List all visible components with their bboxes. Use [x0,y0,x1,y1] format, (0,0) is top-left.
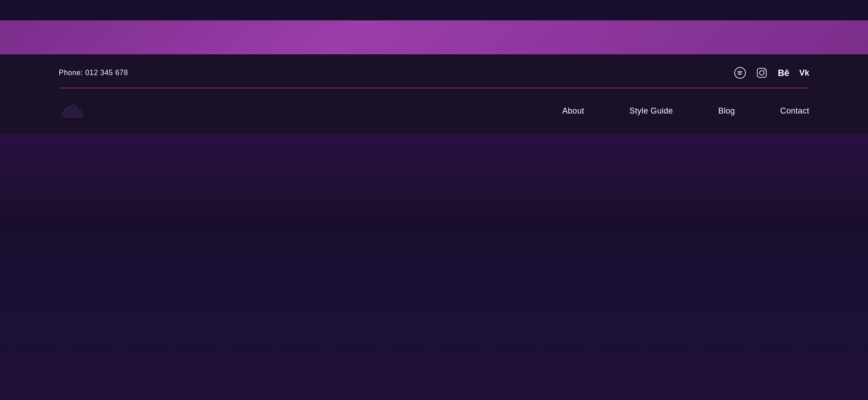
behance-icon[interactable]: Bē [778,68,789,78]
social-icons-container: Bē Vk [734,67,809,79]
nav-link-style-guide[interactable]: Style Guide [629,106,673,116]
top-strip [0,0,868,20]
header-top: Phone: 012 345 678 [59,54,809,88]
purple-banner [0,20,868,54]
nav-link-blog[interactable]: Blog [718,106,735,116]
nav-link-about[interactable]: About [562,106,585,116]
svg-point-2 [760,71,764,75]
cloud-logo-icon [59,101,86,121]
vk-icon[interactable]: Vk [799,68,809,78]
instagram-icon[interactable] [756,67,768,79]
phone-text: Phone: 012 345 678 [59,69,128,77]
main-content [0,134,868,400]
nav-section: About Style Guide Blog Contact [59,88,809,134]
spotify-icon[interactable] [734,67,746,79]
logo-area[interactable] [59,101,86,121]
header-section: Phone: 012 345 678 [0,54,868,134]
svg-point-3 [764,70,765,71]
svg-rect-1 [757,68,766,77]
nav-links: About Style Guide Blog Contact [562,106,809,116]
header-divider [59,88,809,88]
nav-link-contact[interactable]: Contact [780,106,809,116]
